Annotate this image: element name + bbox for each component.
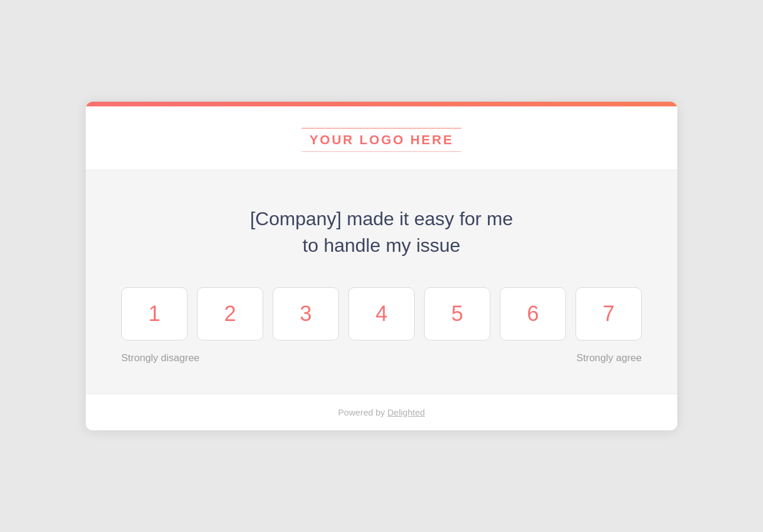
rating-button-4[interactable]: 4 (348, 287, 415, 340)
question-line2: to handle my issue (303, 235, 461, 256)
logo-line-bottom (302, 151, 461, 153)
rating-button-7[interactable]: 7 (576, 287, 642, 340)
delighted-link[interactable]: Delighted (387, 407, 425, 417)
rating-number-4: 4 (376, 301, 387, 326)
rating-number-5: 5 (451, 301, 463, 326)
rating-button-2[interactable]: 2 (197, 287, 263, 340)
label-strongly-agree: Strongly agree (576, 352, 642, 364)
rating-button-1[interactable]: 1 (121, 287, 187, 340)
logo-section: YOUR LOGO HERE (86, 106, 677, 170)
logo-placeholder: YOUR LOGO HERE (302, 128, 461, 152)
rating-number-1: 1 (148, 301, 160, 326)
rating-button-5[interactable]: 5 (424, 287, 490, 340)
powered-by-prefix: Powered by (338, 407, 387, 417)
rating-number-7: 7 (603, 301, 615, 326)
rating-button-3[interactable]: 3 (273, 287, 339, 340)
survey-card: YOUR LOGO HERE [Company] made it easy fo… (86, 102, 677, 430)
question-text: [Company] made it easy for me to handle … (121, 206, 642, 259)
rating-number-3: 3 (300, 301, 312, 326)
label-strongly-disagree: Strongly disagree (121, 352, 199, 364)
rating-number-6: 6 (527, 301, 539, 326)
main-section: [Company] made it easy for me to handle … (86, 170, 677, 394)
card-accent-bar (86, 102, 677, 106)
rating-scale: 1 2 3 4 5 6 7 (121, 287, 642, 340)
footer-section: Powered by Delighted (86, 394, 677, 430)
rating-labels: Strongly disagree Strongly agree (121, 352, 642, 364)
logo-line-top (302, 128, 461, 129)
rating-number-2: 2 (224, 301, 236, 326)
question-line1: [Company] made it easy for me (250, 208, 513, 229)
powered-by-text: Powered by Delighted (338, 407, 425, 417)
rating-button-6[interactable]: 6 (500, 287, 566, 340)
logo-text: YOUR LOGO HERE (309, 132, 454, 148)
